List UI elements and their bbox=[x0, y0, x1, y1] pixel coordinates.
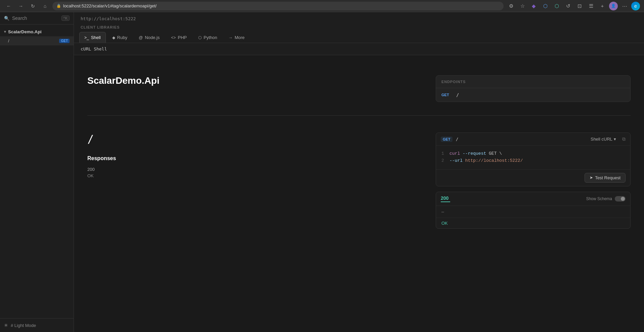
tab-more-label: More bbox=[234, 35, 245, 40]
shell-curl-label: Shell cURL bbox=[591, 137, 612, 142]
response-footer: OK bbox=[436, 218, 630, 228]
endpoints-header: ENDPOINTS bbox=[436, 76, 630, 88]
endpoint-path: / bbox=[456, 92, 459, 98]
code-panel-header: GET / Shell cURL ▾ ⧉ bbox=[436, 133, 630, 146]
tab-more[interactable]: → More bbox=[223, 32, 250, 43]
tab-shell[interactable]: >_ Shell bbox=[79, 32, 106, 43]
code-body: 1 curl --request GET \ 2 -- bbox=[436, 146, 630, 169]
content-area: ScalarDemo.Api ENDPOINTS GET / bbox=[74, 55, 644, 332]
url-text: localhost:5222/scalar/v1#tag/scalardemoa… bbox=[63, 3, 157, 8]
home-button[interactable]: ⌂ bbox=[40, 1, 50, 11]
top-panel: http://localhost:5222 CLIENT LIBRARIES >… bbox=[74, 12, 644, 55]
sidebar-footer: ✳ # Light Mode bbox=[0, 318, 74, 332]
response-panel-header: 200 Show Schema bbox=[436, 192, 630, 206]
ruby-icon: ◆ bbox=[112, 35, 115, 40]
response-status-badge: 200 bbox=[441, 195, 450, 201]
sun-icon: ✳ bbox=[4, 323, 8, 328]
search-bar[interactable]: 🔍 Search ^K bbox=[0, 12, 74, 25]
python-icon: ⬡ bbox=[198, 35, 202, 40]
server-url: http://localhost:5222 bbox=[74, 12, 644, 24]
php-icon: <> bbox=[171, 35, 176, 40]
shell-curl-selector[interactable]: Shell cURL ▾ bbox=[591, 137, 616, 142]
collections-button[interactable]: ◆ bbox=[529, 1, 539, 11]
address-bar[interactable]: 🔒 localhost:5222/scalar/v1#tag/scalardem… bbox=[52, 2, 504, 10]
main-content: http://localhost:5222 CLIENT LIBRARIES >… bbox=[74, 12, 644, 332]
tab-php[interactable]: <> PHP bbox=[166, 32, 192, 43]
curl-code-text: cURL Shell bbox=[81, 46, 107, 51]
refresh-button[interactable]: ↻ bbox=[28, 1, 38, 11]
browser-actions: ⚙ ☆ ◆ ⬡ ⬡ ↺ ⊡ ☰ + 👤 ⋯ e bbox=[506, 1, 640, 11]
status-underline bbox=[441, 201, 450, 202]
line-number-2: 2 bbox=[441, 157, 445, 164]
app-body: 🔍 Search ^K ▾ ScalarDemo.Api / GET ✳ # L… bbox=[0, 12, 644, 332]
line-number-1: 1 bbox=[441, 150, 445, 157]
code-line-1: 1 curl --request GET \ bbox=[441, 150, 625, 157]
code-panel: GET / Shell cURL ▾ ⧉ 1 bbox=[436, 133, 631, 186]
tab-ruby[interactable]: ◆ Ruby bbox=[107, 32, 132, 43]
split-view-button[interactable]: ⊡ bbox=[575, 1, 584, 11]
method-badge-get: GET bbox=[59, 39, 70, 43]
api-overview-left: ScalarDemo.Api bbox=[87, 75, 422, 102]
sidebar-item-root[interactable]: / GET bbox=[0, 36, 74, 45]
send-icon: ➤ bbox=[590, 175, 593, 180]
endpoint-detail-left: / Responses 200 OK bbox=[87, 133, 422, 229]
endpoint-row[interactable]: GET / bbox=[436, 88, 630, 102]
endpoint-detail-right: GET / Shell cURL ▾ ⧉ 1 bbox=[436, 133, 631, 229]
sidebar-group-name: ScalarDemo.Api bbox=[8, 29, 42, 34]
tab-python-label: Python bbox=[204, 35, 217, 40]
edge-icon: e bbox=[631, 2, 640, 10]
extensions-button[interactable]: ⚙ bbox=[506, 1, 516, 11]
lock-icon: 🔒 bbox=[56, 4, 61, 8]
endpoint-detail-section: / Responses 200 OK GET / Shell cURL ▾ bbox=[74, 116, 644, 242]
browser-chrome: ← → ↻ ⌂ 🔒 localhost:5222/scalar/v1#tag/s… bbox=[0, 0, 644, 12]
search-label: Search bbox=[12, 15, 59, 21]
wallet-button[interactable]: ⬡ bbox=[552, 1, 561, 11]
api-overview-right: ENDPOINTS GET / bbox=[436, 75, 631, 102]
client-libraries-label: CLIENT LIBRARIES bbox=[74, 24, 644, 32]
code-panel-footer: ➤ Test Request bbox=[436, 169, 630, 186]
test-request-label: Test Request bbox=[595, 175, 620, 180]
tab-ruby-label: Ruby bbox=[117, 35, 127, 40]
shell-icon: >_ bbox=[84, 35, 89, 40]
nodejs-icon: @ bbox=[139, 35, 143, 40]
profile-avatar[interactable]: 👤 bbox=[609, 2, 618, 10]
toggle-knob bbox=[621, 197, 625, 201]
chevron-down-icon: ▾ bbox=[4, 30, 6, 34]
curl-code-block: cURL Shell bbox=[74, 43, 644, 55]
api-title: ScalarDemo.Api bbox=[87, 75, 422, 86]
code-method-badge: GET bbox=[441, 137, 453, 142]
responses-label: Responses bbox=[87, 155, 422, 161]
code-path: / bbox=[456, 137, 587, 142]
client-lib-tabs: >_ Shell ◆ Ruby @ Node.js <> PHP ⬡ Pyt bbox=[74, 32, 644, 43]
copy-icon[interactable]: ⧉ bbox=[622, 136, 626, 142]
devtools-button[interactable]: ⬡ bbox=[541, 1, 550, 11]
favorites-button[interactable]: ☆ bbox=[518, 1, 527, 11]
search-shortcut: ^K bbox=[61, 15, 70, 21]
code-line-2: 2 --url http://localhost:5222/ bbox=[441, 157, 625, 164]
back-button[interactable]: ← bbox=[4, 1, 13, 11]
sidebar-group-header[interactable]: ▾ ScalarDemo.Api bbox=[0, 27, 74, 36]
show-schema-toggle[interactable] bbox=[615, 196, 626, 201]
response-body: – bbox=[436, 206, 630, 218]
chevron-down-icon: ▾ bbox=[614, 137, 616, 142]
sync-button[interactable]: ↺ bbox=[563, 1, 573, 11]
light-mode-toggle[interactable]: ✳ # Light Mode bbox=[4, 323, 70, 328]
tab-php-label: PHP bbox=[178, 35, 187, 40]
sidebar-toggle-button[interactable]: ☰ bbox=[586, 1, 596, 11]
tab-nodejs[interactable]: @ Node.js bbox=[134, 32, 165, 43]
tab-python[interactable]: ⬡ Python bbox=[193, 32, 222, 43]
code-text-2: --url http://localhost:5222/ bbox=[449, 157, 523, 164]
show-schema-label: Show Schema bbox=[586, 196, 612, 201]
tab-shell-label: Shell bbox=[91, 35, 101, 40]
endpoint-method-badge: GET bbox=[441, 93, 452, 97]
add-button[interactable]: + bbox=[598, 1, 607, 11]
test-request-button[interactable]: ➤ Test Request bbox=[585, 173, 626, 183]
sidebar-section: ▾ ScalarDemo.Api / GET bbox=[0, 25, 74, 48]
more-button[interactable]: ⋯ bbox=[620, 1, 629, 11]
endpoints-panel: ENDPOINTS GET / bbox=[436, 75, 631, 102]
forward-button[interactable]: → bbox=[16, 1, 26, 11]
response-status-code: 200 bbox=[87, 167, 422, 172]
sidebar: 🔍 Search ^K ▾ ScalarDemo.Api / GET ✳ # L… bbox=[0, 12, 74, 332]
search-icon: 🔍 bbox=[4, 16, 9, 21]
response-panel: 200 Show Schema – OK bbox=[436, 192, 631, 229]
